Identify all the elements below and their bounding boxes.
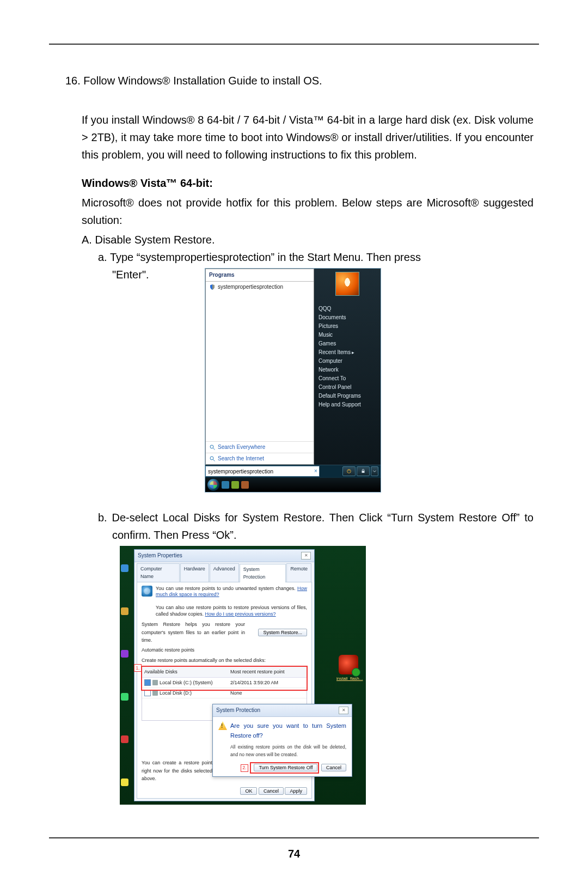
tab-remote[interactable]: Remote: [286, 563, 311, 582]
info-link-2[interactable]: How do I use previous versions?: [205, 611, 276, 617]
dialog-cancel-button[interactable]: Cancel: [321, 764, 346, 771]
create-note: You can create a restore point right now…: [142, 759, 212, 782]
start-right-link[interactable]: Help and Support: [318, 400, 376, 409]
step-A-a: a. Type “systempropertiesprotection” in …: [98, 248, 534, 266]
restore-icon: [142, 586, 152, 597]
gadget-label: install_flash...: [336, 676, 360, 683]
start-right-link[interactable]: Music: [318, 331, 376, 339]
search-everywhere-link[interactable]: Search Everywhere: [206, 441, 314, 453]
tab-advanced[interactable]: Advanced: [210, 563, 239, 582]
search-icon: [209, 455, 216, 462]
search-everywhere-label: Search Everywhere: [218, 443, 265, 452]
program-result-label: systempropertiesprotection: [218, 283, 283, 291]
step-16: 16. Follow Windows® Installation Guide t…: [65, 72, 539, 89]
start-right-link[interactable]: Default Programs: [318, 392, 376, 400]
svg-line-1: [213, 448, 215, 450]
shield-icon: [209, 284, 216, 290]
system-restore-button[interactable]: System Restore...: [258, 629, 307, 636]
tab-system-protection[interactable]: System Protection: [240, 564, 286, 582]
step-A: A. Disable System Restore.: [82, 231, 534, 248]
tab-computer-name[interactable]: Computer Name: [137, 563, 180, 582]
taskbar: [205, 477, 381, 492]
disk-icon: [152, 690, 158, 696]
taskbar-icon[interactable]: [241, 481, 249, 489]
step-16-text: 16. Follow Windows® Installation Guide t…: [65, 75, 322, 87]
start-right-link[interactable]: Recent Items: [318, 348, 376, 357]
start-right-link[interactable]: Connect To: [318, 374, 376, 383]
start-right-link[interactable]: Games: [318, 339, 376, 348]
window-title: System Properties: [138, 551, 182, 560]
power-button[interactable]: [342, 466, 356, 476]
confirm-dialog: System Protection ✕ Are you sure you wan…: [212, 704, 352, 777]
sidebar-icon[interactable]: [121, 693, 128, 701]
svg-line-3: [213, 460, 215, 461]
start-right-link[interactable]: Network: [318, 366, 376, 374]
info-text-1: You can use restore points to undo unwan…: [156, 586, 297, 591]
lock-button[interactable]: [357, 466, 370, 476]
step-A-b: b. De-select Local Disks for System Rest…: [98, 509, 534, 544]
page-bottom-rule: [49, 837, 539, 838]
gadget-icon: [339, 655, 358, 674]
dialog-close-button[interactable]: ✕: [339, 707, 348, 714]
start-right-link[interactable]: Documents: [318, 313, 376, 322]
create-auto-label: Create restore points automatically on t…: [142, 658, 266, 663]
sidebar-icon[interactable]: [121, 778, 128, 786]
start-menu-search-bar: systempropertiesprotection ×: [205, 465, 381, 477]
dialog-note: All existing restore points on the disk …: [230, 744, 346, 758]
program-result-item[interactable]: systempropertiesprotection: [206, 282, 314, 293]
turn-off-button[interactable]: Turn System Restore Off: [254, 764, 317, 771]
callout-2: 2.: [241, 764, 248, 772]
search-icon: [209, 444, 216, 451]
start-right-link[interactable]: Pictures: [318, 322, 376, 331]
sidebar-icon[interactable]: [121, 607, 128, 615]
ok-button[interactable]: OK: [240, 787, 257, 795]
callout-1: 1.: [134, 664, 142, 672]
taskbar-icon[interactable]: [231, 481, 239, 489]
start-orb-icon[interactable]: [207, 479, 219, 491]
restore-help-label: System Restore helps you restore your co…: [142, 621, 245, 644]
vista-heading: Windows® Vista™ 64-bit:: [82, 177, 213, 189]
desktop-sidebar-icons: [120, 547, 130, 804]
page-number: 74: [0, 848, 588, 860]
step-A-a-enter: "Enter".: [112, 266, 156, 283]
user-avatar[interactable]: [335, 272, 359, 296]
dialog-question: Are you sure you want to turn System Res…: [230, 721, 346, 740]
tab-hardware[interactable]: Hardware: [180, 563, 209, 582]
start-right-link[interactable]: Computer: [318, 357, 376, 366]
start-right-link[interactable]: QQQ: [318, 305, 376, 313]
programs-header: Programs: [206, 269, 314, 282]
search-internet-label: Search the Internet: [218, 454, 264, 463]
figure-system-properties: install_flash... System Properties ✕ Com…: [120, 546, 366, 805]
search-clear-button[interactable]: ×: [313, 466, 320, 477]
intro-paragraph: If you install Windows® 8 64-bit / 7 64-…: [82, 111, 534, 163]
page-content: 16. Follow Windows® Installation Guide t…: [49, 45, 539, 805]
figure-start-menu: Programs systempropertiesprotection: [205, 268, 381, 492]
tabs-row: Computer NameHardwareAdvancedSystem Prot…: [134, 562, 314, 582]
taskbar-icon[interactable]: [222, 481, 229, 489]
desktop-gadget[interactable]: install_flash...: [336, 655, 360, 683]
svg-rect-6: [362, 471, 365, 473]
svg-point-2: [210, 457, 213, 460]
svg-point-0: [210, 445, 213, 448]
sidebar-icon[interactable]: [121, 564, 128, 572]
start-menu-search-input[interactable]: systempropertiesprotection: [205, 466, 313, 477]
search-internet-link[interactable]: Search the Internet: [206, 453, 314, 464]
start-menu-left-panel: Programs systempropertiesprotection: [205, 269, 314, 465]
apply-button[interactable]: Apply: [285, 787, 307, 795]
sidebar-icon[interactable]: [121, 650, 128, 658]
start-menu-right-panel: QQQDocumentsPicturesMusicGamesRecent Ite…: [314, 269, 381, 465]
start-right-link[interactable]: Control Panel: [318, 383, 376, 392]
window-close-button[interactable]: ✕: [301, 552, 311, 559]
warning-icon: [218, 721, 227, 730]
automatic-restore-label: Automatic restore points: [142, 646, 307, 654]
power-menu-button[interactable]: [371, 466, 378, 476]
sidebar-icon[interactable]: [121, 735, 128, 743]
cancel-button[interactable]: Cancel: [259, 787, 284, 795]
callout-red-box: [141, 666, 308, 691]
dialog-title: System Protection: [216, 706, 260, 715]
vista-paragraph: Microsoft® does not provide hotfix for t…: [82, 194, 534, 229]
